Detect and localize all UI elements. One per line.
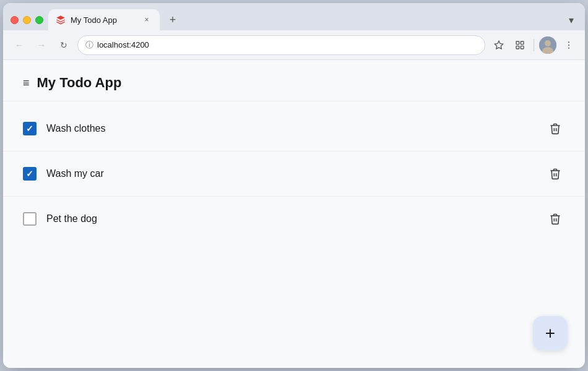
url-display: localhost:4200: [97, 40, 477, 49]
svg-point-9: [568, 45, 569, 46]
tab-title: My Todo App: [71, 15, 136, 25]
tab-close-button[interactable]: ×: [141, 14, 152, 25]
info-icon: ⓘ: [85, 40, 93, 51]
tab-dropdown-button[interactable]: ▾: [563, 9, 580, 30]
svg-rect-3: [516, 46, 519, 49]
todo-item: ✓Wash my car: [3, 151, 585, 197]
new-tab-button[interactable]: +: [162, 9, 183, 30]
minimize-traffic-light[interactable]: [23, 16, 31, 24]
app-title: My Todo App: [37, 75, 122, 91]
todo-text: Wash my car: [46, 168, 545, 179]
svg-point-6: [545, 40, 551, 46]
hamburger-menu-icon[interactable]: ≡: [23, 77, 30, 90]
todo-checkbox[interactable]: ✓: [23, 167, 37, 181]
address-bar[interactable]: ⓘ localhost:4200: [77, 35, 485, 55]
tab-bar: My Todo App × + ▾: [3, 3, 585, 30]
todo-text: Pet the dog: [46, 213, 545, 224]
app-header: ≡ My Todo App: [3, 60, 585, 101]
extensions-button[interactable]: [511, 36, 529, 54]
checkmark-icon: ✓: [26, 124, 33, 134]
checkmark-icon: ✓: [26, 169, 33, 179]
forward-icon: →: [37, 40, 46, 50]
trash-icon: [549, 168, 561, 180]
bookmark-button[interactable]: [490, 36, 508, 54]
page-content: ≡ My Todo App ✓Wash clothes ✓Wash my car…: [3, 60, 585, 368]
svg-point-8: [568, 41, 569, 43]
svg-marker-0: [495, 41, 503, 49]
trash-icon: [549, 122, 561, 135]
traffic-lights: [8, 16, 48, 30]
todo-item: Pet the dog: [3, 197, 585, 241]
browser-window: My Todo App × + ▾ ← → ↻ ⓘ localhost:4200: [3, 3, 585, 368]
todo-checkbox[interactable]: [23, 212, 37, 226]
reload-icon: ↻: [60, 40, 67, 50]
close-traffic-light[interactable]: [11, 16, 19, 24]
back-icon: ←: [15, 40, 24, 50]
delete-todo-button[interactable]: [545, 119, 565, 139]
toolbar-right: [490, 36, 577, 54]
todo-checkbox[interactable]: ✓: [23, 122, 37, 135]
todo-list: ✓Wash clothes ✓Wash my car Pet the dog: [3, 101, 585, 246]
reload-button[interactable]: ↻: [55, 36, 72, 54]
delete-todo-button[interactable]: [545, 209, 565, 229]
svg-rect-4: [521, 46, 524, 49]
svg-rect-2: [521, 41, 524, 45]
todo-text: Wash clothes: [46, 123, 545, 134]
todo-item: ✓Wash clothes: [3, 106, 585, 151]
trash-icon: [549, 213, 561, 225]
svg-point-10: [568, 47, 569, 48]
maximize-traffic-light[interactable]: [35, 16, 43, 24]
browser-toolbar: ← → ↻ ⓘ localhost:4200: [3, 30, 585, 60]
svg-rect-1: [516, 41, 519, 45]
toolbar-separator: [534, 39, 534, 51]
user-avatar[interactable]: [539, 36, 556, 54]
active-tab[interactable]: My Todo App ×: [48, 9, 160, 30]
add-todo-button[interactable]: +: [533, 316, 568, 351]
forward-button[interactable]: →: [33, 36, 50, 54]
tab-favicon: [56, 15, 66, 25]
add-icon: +: [545, 325, 555, 342]
menu-button[interactable]: [560, 36, 577, 54]
delete-todo-button[interactable]: [545, 164, 565, 184]
back-button[interactable]: ←: [11, 36, 28, 54]
